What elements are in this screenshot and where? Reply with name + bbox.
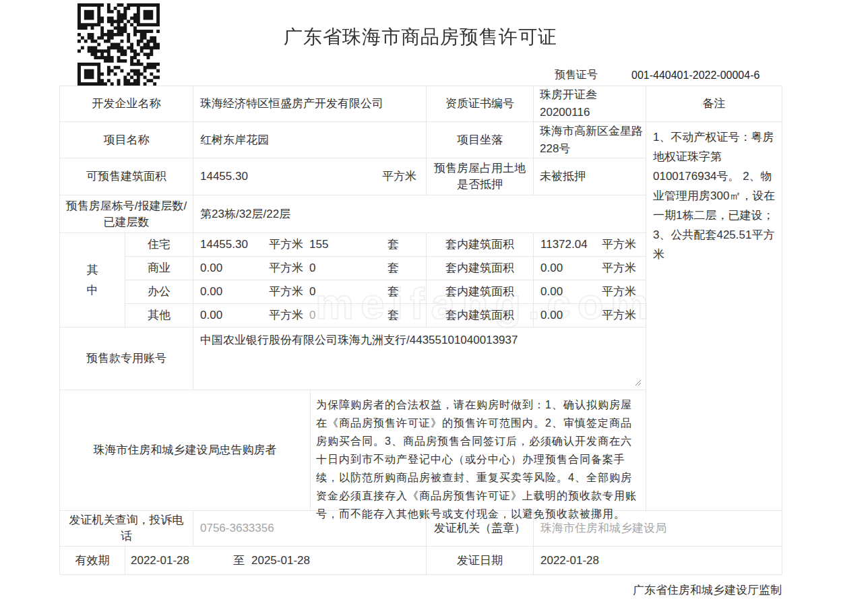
issuer-value[interactable]: 珠海市住房和城乡建设局 <box>534 511 782 547</box>
land-mortgage-label: 预售房屋占用土地是否抵押 <box>427 158 534 195</box>
permit-number-row: 预售证号 001-440401-2022-00004-6 <box>555 68 759 82</box>
presale-area-label: 可预售建筑面积 <box>60 158 193 195</box>
count-unit-label: 套 <box>377 284 426 300</box>
remark-header: 备注 <box>646 86 782 122</box>
area-unit-label: 平方米 <box>602 260 636 276</box>
breakdown-count-value[interactable]: 0 <box>309 307 377 324</box>
breakdown-row-commercial: 0.00 平方米 0 套 <box>193 257 427 280</box>
textarea-resize-handle-icon[interactable] <box>633 378 642 386</box>
cert-no-label: 资质证书编号 <box>427 86 534 122</box>
area-unit-label: 平方米 <box>602 237 636 253</box>
breakdown-count-value[interactable]: 155 <box>309 237 377 253</box>
breakdown-row-other: 0.00 平方米 0 套 <box>193 304 427 328</box>
area-unit-label: 平方米 <box>269 307 309 324</box>
validity-to-value[interactable]: 2025-01-28 <box>251 553 310 569</box>
inner-area-label: 套内建筑面积 <box>427 233 534 257</box>
remark-content: 1、不动产权证号：粤房地权证珠字第0100176934号。 2、物业管理用房30… <box>646 122 782 511</box>
breakdown-type-office: 办公 <box>125 280 193 304</box>
breakdown-type-commercial: 商业 <box>125 257 193 280</box>
validity-to-label: 至 <box>233 553 245 569</box>
land-mortgage-value[interactable]: 未被抵押 <box>534 158 646 195</box>
validity-cell: 2022-01-28 至 2025-01-28 <box>125 547 427 575</box>
project-location-label: 项目坐落 <box>427 122 534 158</box>
breakdown-area-value[interactable]: 0.00 <box>200 284 269 300</box>
page-title: 广东省珠海市商品房预售许可证 <box>59 24 782 50</box>
account-value: 中国农业银行股份有限公司珠海九洲支行/44355101040013937 <box>200 334 518 346</box>
breakdown-count-value[interactable]: 0 <box>309 260 377 276</box>
notice-label: 珠海市住房和城乡建设局忠告购房者 <box>60 390 311 511</box>
inner-area-value[interactable]: 0.00 <box>540 307 563 324</box>
inner-area-cell-office: 0.00 平方米 <box>534 280 646 304</box>
validity-from-value[interactable]: 2022-01-28 <box>131 553 233 569</box>
breakdown-count-value[interactable]: 0 <box>309 284 377 300</box>
area-unit-label: 平方米 <box>602 284 636 300</box>
presale-area-value-cell[interactable]: 14455.30 平方米 <box>193 158 427 195</box>
certificate-page: 广东省珠海市商品房预售许可证 预售证号 001-440401-2022-0000… <box>0 0 841 616</box>
count-unit-label: 套 <box>377 260 426 276</box>
breakdown-area-value[interactable]: 0.00 <box>200 260 269 276</box>
developer-value[interactable]: 珠海经济特区恒盛房产开发有限公司 <box>193 86 427 122</box>
certificate-table: 开发企业名称 珠海经济特区恒盛房产开发有限公司 资质证书编号 珠房开证叁 202… <box>59 86 782 574</box>
inner-area-label: 套内建筑面积 <box>427 257 534 280</box>
breakdown-row-residential: 14455.30 平方米 155 套 <box>193 233 427 257</box>
presale-area-unit: 平方米 <box>382 168 416 185</box>
inner-area-value[interactable]: 0.00 <box>540 260 563 276</box>
project-location-value[interactable]: 珠海市高新区金星路228号 <box>534 122 646 158</box>
issue-date-value[interactable]: 2022-01-28 <box>534 547 782 575</box>
permit-number-value: 001-440401-2022-00004-6 <box>631 69 759 82</box>
inner-area-cell-residential: 11372.04 平方米 <box>534 233 646 257</box>
breakdown-label: 其 中 <box>60 233 125 328</box>
account-textarea[interactable]: 中国农业银行股份有限公司珠海九洲支行/44355101040013937 <box>193 328 646 390</box>
area-unit-label: 平方米 <box>269 237 309 253</box>
area-unit-label: 平方米 <box>269 260 309 276</box>
project-name-label: 项目名称 <box>60 122 193 158</box>
area-unit-label: 平方米 <box>602 307 636 324</box>
count-unit-label: 套 <box>377 307 426 324</box>
inquiry-phone-value[interactable]: 0756-3633356 <box>193 511 427 547</box>
developer-label: 开发企业名称 <box>60 86 193 122</box>
issue-date-label: 发证日期 <box>427 547 534 575</box>
inner-area-value[interactable]: 11372.04 <box>540 237 588 253</box>
inner-area-cell-commercial: 0.00 平方米 <box>534 257 646 280</box>
breakdown-area-value[interactable]: 14455.30 <box>200 237 269 253</box>
breakdown-row-office: 0.00 平方米 0 套 <box>193 280 427 304</box>
inner-area-label: 套内建筑面积 <box>427 304 534 328</box>
project-name-value[interactable]: 红树东岸花园 <box>193 122 427 158</box>
inner-area-cell-other: 0.00 平方米 <box>534 304 646 328</box>
breakdown-type-other: 其他 <box>125 304 193 328</box>
issuer-label: 发证机关（盖章） <box>427 511 534 547</box>
cert-no-value[interactable]: 珠房开证叁 20200116 <box>534 86 646 122</box>
validity-label: 有效期 <box>60 547 125 575</box>
account-label: 预售款专用账号 <box>60 328 193 390</box>
breakdown-area-value[interactable]: 0.00 <box>200 307 269 324</box>
count-unit-label: 套 <box>377 237 426 253</box>
breakdown-type-residential: 住宅 <box>125 233 193 257</box>
inner-area-label: 套内建筑面积 <box>427 280 534 304</box>
area-unit-label: 平方米 <box>269 284 309 300</box>
inquiry-phone-label: 发证机关查询，投诉电话 <box>60 511 193 547</box>
supervisor-note: 广东省住房和城乡建设厅监制 <box>59 582 782 598</box>
buildings-label: 预售房屋栋号/报建层数/已建层数 <box>60 195 193 233</box>
inner-area-value[interactable]: 0.00 <box>540 284 563 300</box>
presale-area-value[interactable]: 14455.30 <box>200 168 248 185</box>
permit-number-label: 预售证号 <box>555 68 598 82</box>
notice-text: 为保障购房者的合法权益，请在购房时做到：1、确认拟购房屋在《商品房预售许可证》的… <box>311 390 646 511</box>
buildings-value[interactable]: 第23栋/32层/22层 <box>193 195 646 233</box>
